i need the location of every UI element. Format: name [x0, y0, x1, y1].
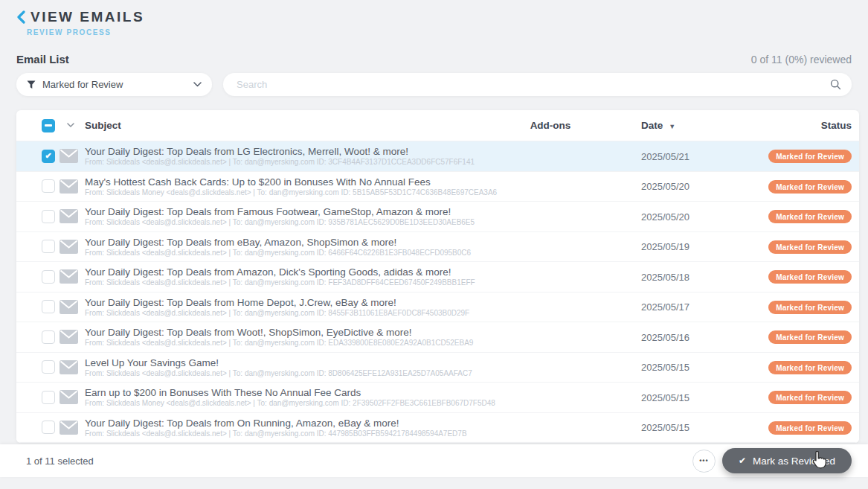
status-badge: Marked for Review	[768, 210, 852, 223]
row-checkbox[interactable]	[42, 300, 55, 313]
selected-count: 1 of 11 selected	[26, 456, 94, 467]
row-checkbox[interactable]	[42, 270, 55, 284]
status-badge: Marked for Review	[768, 301, 852, 314]
search-box[interactable]	[223, 73, 852, 96]
email-date: 2025/05/15	[641, 422, 689, 433]
envelope-icon	[60, 209, 78, 223]
column-header-addons[interactable]: Add-ons	[513, 120, 588, 131]
status-badge: Marked for Review	[768, 240, 852, 254]
row-checkbox[interactable]: ✔	[42, 150, 55, 163]
email-table: Subject Add-ons Date▼ Status ✔ Your Dail…	[16, 110, 859, 443]
email-row[interactable]: Level Up Your Savings Game! From: Slickd…	[16, 353, 859, 383]
table-header: Subject Add-ons Date▼ Status	[16, 110, 859, 141]
email-meta: From: Slickdeals <deals@d.slickdeals.net…	[85, 249, 506, 257]
column-header-subject[interactable]: Subject	[85, 120, 513, 131]
email-date: 2025/05/18	[641, 272, 689, 283]
email-row[interactable]: Your Daily Digest: Top Deals from Home D…	[16, 293, 859, 323]
chevron-down-icon	[193, 82, 202, 87]
filter-bar: Marked for Review	[16, 73, 852, 96]
status-filter-value: Marked for Review	[42, 79, 187, 90]
email-meta: From: Slickdeals <deals@d.slickdeals.net…	[85, 339, 506, 347]
email-date: 2025/05/21	[641, 151, 689, 162]
email-meta: From: Slickdeals Money <deals@d.slickdea…	[85, 399, 506, 407]
status-badge: Marked for Review	[768, 391, 852, 404]
email-subject: Earn up to $200 in Bonuses With These No…	[85, 387, 506, 398]
check-icon: ✔	[739, 456, 746, 466]
email-date: 2025/05/20	[641, 211, 689, 223]
envelope-icon	[60, 360, 78, 374]
row-checkbox[interactable]	[42, 421, 55, 434]
email-meta: From: Slickdeals <deals@d.slickdeals.net…	[85, 309, 506, 317]
row-checkbox[interactable]	[42, 330, 55, 344]
email-date: 2025/05/20	[641, 181, 689, 192]
review-process-link[interactable]: REVIEW PROCESS	[27, 28, 852, 36]
email-date: 2025/05/16	[641, 332, 689, 343]
sort-desc-icon[interactable]: ▼	[669, 123, 675, 130]
email-meta: From: Slickdeals Money <deals@d.slickdea…	[85, 188, 506, 196]
email-subject: Your Daily Digest: Top Deals from Home D…	[85, 297, 506, 308]
status-filter-dropdown[interactable]: Marked for Review	[16, 73, 212, 96]
filter-funnel-icon	[27, 80, 36, 89]
email-date: 2025/05/17	[641, 301, 689, 313]
email-row[interactable]: Your Daily Digest: Top Deals from Famous…	[16, 202, 859, 232]
row-checkbox[interactable]	[42, 179, 55, 193]
email-rows: ✔ Your Daily Digest: Top Deals from LG E…	[16, 141, 859, 443]
email-subject: Your Daily Digest: Top Deals from Woot!,…	[85, 327, 506, 338]
envelope-icon	[60, 149, 78, 163]
row-checkbox[interactable]	[42, 240, 55, 253]
email-date: 2025/05/15	[641, 392, 689, 403]
email-meta: From: Slickdeals <deals@d.slickdeals.net…	[85, 278, 506, 287]
more-actions-button[interactable]: •••	[692, 450, 716, 473]
row-checkbox[interactable]	[42, 391, 55, 404]
envelope-icon	[60, 300, 78, 314]
email-subject: Level Up Your Savings Game!	[85, 357, 506, 368]
page-header: VIEW EMAILS REVIEW PROCESS Email List 0 …	[0, 0, 868, 65]
status-badge: Marked for Review	[768, 421, 852, 435]
search-icon[interactable]	[830, 79, 841, 90]
column-header-date[interactable]: Date▼	[588, 120, 707, 131]
email-list-title: Email List	[16, 53, 69, 65]
email-row[interactable]: Your Daily Digest: Top Deals from Amazon…	[16, 262, 859, 293]
back-link[interactable]: VIEW EMAILS	[16, 9, 852, 25]
page-title: VIEW EMAILS	[30, 9, 144, 25]
email-meta: From: Slickdeals <deals@d.slickdeals.net…	[85, 369, 506, 377]
email-row[interactable]: Your Daily Digest: Top Deals from eBay, …	[16, 232, 859, 263]
email-row[interactable]: Your Daily Digest: Top Deals from Woot!,…	[16, 322, 859, 353]
status-badge: Marked for Review	[768, 150, 852, 163]
email-subject: May's Hottest Cash Back Cards: Up to $20…	[85, 176, 506, 188]
email-date: 2025/05/15	[641, 362, 689, 373]
column-header-status[interactable]: Status	[707, 120, 859, 131]
reviewed-progress: 0 of 11 (0%) reviewed	[751, 54, 852, 65]
selection-footer: 1 of 11 selected ••• ✔ Mark as Reviewed	[0, 444, 868, 477]
search-input[interactable]	[237, 79, 830, 90]
envelope-icon	[60, 179, 78, 194]
row-checkbox[interactable]	[42, 210, 55, 223]
email-subject: Your Daily Digest: Top Deals from On Run…	[85, 418, 506, 429]
email-row[interactable]: Earn up to $200 in Bonuses With These No…	[16, 383, 859, 413]
envelope-icon	[60, 421, 78, 435]
email-subject: Your Daily Digest: Top Deals from LG Ele…	[85, 146, 506, 157]
envelope-icon	[60, 330, 78, 344]
email-date: 2025/05/19	[641, 241, 689, 252]
envelope-icon	[60, 240, 78, 254]
envelope-icon	[60, 390, 78, 404]
email-subject: Your Daily Digest: Top Deals from Famous…	[85, 206, 506, 217]
email-meta: From: Slickdeals <deals@d.slickdeals.net…	[85, 429, 506, 438]
email-row[interactable]: May's Hottest Cash Back Cards: Up to $20…	[16, 172, 859, 202]
email-subject: Your Daily Digest: Top Deals from eBay, …	[85, 237, 506, 248]
status-badge: Marked for Review	[768, 330, 852, 344]
email-meta: From: Slickdeals <deals@d.slickdeals.net…	[85, 158, 506, 166]
back-chevron-icon	[16, 10, 26, 24]
email-subject: Your Daily Digest: Top Deals from Amazon…	[85, 266, 506, 278]
envelope-icon	[60, 269, 78, 284]
select-menu-chevron-icon[interactable]	[67, 123, 74, 128]
select-all-checkbox[interactable]	[42, 119, 55, 132]
row-checkbox[interactable]	[42, 360, 55, 374]
status-badge: Marked for Review	[768, 361, 852, 374]
mark-as-reviewed-label: Mark as Reviewed	[753, 456, 835, 467]
status-badge: Marked for Review	[768, 180, 852, 194]
email-row[interactable]: Your Daily Digest: Top Deals from On Run…	[16, 413, 859, 444]
email-row[interactable]: ✔ Your Daily Digest: Top Deals from LG E…	[16, 141, 859, 172]
status-badge: Marked for Review	[768, 270, 852, 284]
mark-as-reviewed-button[interactable]: ✔ Mark as Reviewed	[722, 448, 852, 473]
